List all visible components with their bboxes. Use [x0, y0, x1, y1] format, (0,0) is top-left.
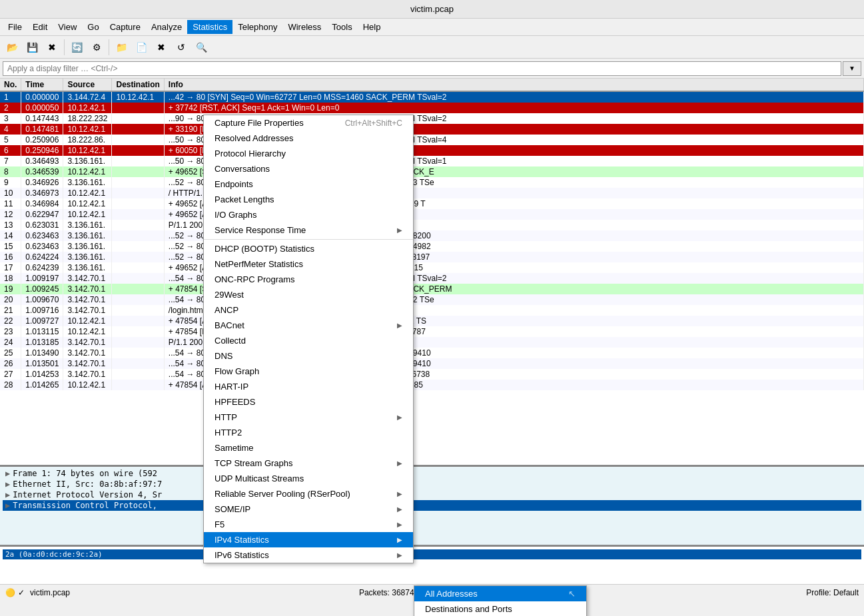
menu-help[interactable]: Help: [358, 20, 386, 34]
toolbar-x[interactable]: ✖: [152, 38, 171, 57]
menu-item-reliable-server-pooling-rserpool[interactable]: Reliable Server Pooling (RSerPool)▶: [204, 486, 413, 501]
table-row[interactable]: 21 1.009716 3.142.70.1 /login.html HTTP/…: [0, 305, 864, 316]
toolbar-reload[interactable]: 🔄: [67, 38, 86, 57]
menu-item-udp-multicast-streams[interactable]: UDP Multicast Streams: [204, 471, 413, 486]
menu-item-ipv6-statistics[interactable]: IPv6 Statistics▶: [204, 547, 413, 563]
menu-item-flow-graph[interactable]: Flow Graph: [204, 364, 413, 379]
ipv4-submenu-item[interactable]: Destinations and Ports: [414, 601, 586, 616]
menu-telephony[interactable]: Telephony: [232, 20, 282, 34]
cell-time: 1.009727: [21, 316, 63, 326]
menu-item-ancp[interactable]: ANCP: [204, 302, 413, 318]
filter-arrow[interactable]: ▼: [843, 61, 861, 76]
menu-item-label: UDP Multicast Streams: [215, 473, 304, 483]
menu-item-endpoints[interactable]: Endpoints: [204, 176, 413, 192]
main-area: No. Time Source Destination Info 1 0.000…: [0, 79, 864, 600]
filter-input[interactable]: [3, 61, 841, 76]
menu-item-someip[interactable]: SOME/IP▶: [204, 501, 413, 517]
cell-no: 26: [0, 358, 21, 369]
table-row[interactable]: 14 0.623463 3.136.161. ...52 → 80 [ACK] …: [0, 230, 864, 241]
table-row[interactable]: 22 1.009727 10.12.42.1 + 47854 [ACK] Seq…: [0, 316, 864, 326]
packet-detail: ▶Frame 1: 74 bytes on wire (592▶Ethernet…: [0, 467, 864, 547]
ipv4-submenu-item[interactable]: All Addresses↖: [414, 586, 586, 601]
menu-item-service-response-time[interactable]: Service Response Time▶: [204, 222, 413, 238]
toolbar-file[interactable]: 📄: [132, 38, 151, 57]
table-row[interactable]: 12 0.622947 10.12.42.1 + 49652 [ACK] Seq…: [0, 209, 864, 220]
toolbar-search[interactable]: 🔍: [192, 38, 211, 57]
detail-row[interactable]: ▶Internet Protocol Version 4, Sr: [3, 489, 861, 500]
menu-item-tcp-stream-graphs[interactable]: TCP Stream Graphs▶: [204, 456, 413, 471]
menu-item-hart-ip[interactable]: HART-IP: [204, 379, 413, 394]
menu-analyze[interactable]: Analyze: [146, 20, 187, 34]
table-row[interactable]: 27 1.014253 3.142.70.1 ...54 → 80 [FIN, …: [0, 369, 864, 380]
table-row[interactable]: 17 0.624239 3.136.161. + 49652 [ACK] Seq…: [0, 262, 864, 273]
table-row[interactable]: 16 0.624224 3.136.161. ...52 → 80 [FIN, …: [0, 252, 864, 262]
table-row[interactable]: 4 0.147481 10.12.42.1 + 33190 [RST, ACK]…: [0, 124, 864, 135]
menu-item-f5[interactable]: F5▶: [204, 517, 413, 532]
menu-item-ipv4-statistics[interactable]: IPv4 Statistics▶: [204, 532, 413, 547]
table-row[interactable]: 6 0.250946 10.12.42.1 + 60050 [RST, ACK]…: [0, 145, 864, 156]
table-row[interactable]: 11 0.346984 10.12.42.1 + 49652 [ACK] Seq…: [0, 198, 864, 209]
table-row[interactable]: 7 0.346493 3.136.161. ...50 → 80 [SYN] S…: [0, 156, 864, 166]
menu-file[interactable]: File: [3, 20, 27, 34]
packet-list[interactable]: No. Time Source Destination Info 1 0.000…: [0, 79, 864, 467]
cell-time: 0.250906: [21, 135, 63, 145]
menu-item-collectd[interactable]: Collectd: [204, 333, 413, 348]
table-row[interactable]: 26 1.013501 3.142.70.1 ...54 → 80 [ACK] …: [0, 358, 864, 369]
menu-edit[interactable]: Edit: [27, 20, 53, 34]
cell-time: 0.147481: [21, 124, 63, 135]
table-row[interactable]: 9 0.346926 3.136.161. ...52 → 80 [ACK] S…: [0, 177, 864, 188]
table-row[interactable]: 20 1.009670 3.142.70.1 ...54 → 80 [ACK] …: [0, 294, 864, 305]
cell-dest: [112, 252, 164, 262]
menu-item-dns[interactable]: DNS: [204, 348, 413, 364]
menu-item-bacnet[interactable]: BACnet▶: [204, 318, 413, 333]
col-source: Source: [63, 79, 112, 91]
toolbar-refresh[interactable]: ↺: [172, 38, 191, 57]
table-row[interactable]: 23 1.013115 10.12.42.1 + 47854 [PSH, ACK…: [0, 326, 864, 337]
menu-item-protocol-hierarchy[interactable]: Protocol Hierarchy: [204, 146, 413, 161]
detail-row[interactable]: ▶Ethernet II, Src: 0a:8b:af:97:7: [3, 479, 861, 489]
toolbar-open2[interactable]: 📁: [112, 38, 131, 57]
cell-dest: [112, 241, 164, 252]
menu-go[interactable]: Go: [82, 20, 104, 34]
table-row[interactable]: 25 1.013490 3.142.70.1 ...54 → 80 [ACK] …: [0, 348, 864, 358]
menu-view[interactable]: View: [53, 20, 82, 34]
menu-item-resolved-addresses[interactable]: Resolved Addresses: [204, 131, 413, 146]
menu-item-packet-lengths[interactable]: Packet Lengths: [204, 192, 413, 207]
table-row[interactable]: 5 0.250906 18.222.86. ...50 → 80 [SYN] S…: [0, 135, 864, 145]
table-row[interactable]: 19 1.009245 3.142.70.1 + 47854 [SYN, ACK…: [0, 284, 864, 294]
toolbar-close[interactable]: ✖: [43, 38, 61, 57]
table-row[interactable]: 13 0.623031 3.136.161. P/1.1 200 OK (tex…: [0, 220, 864, 230]
menu-item-capture-file-properties[interactable]: Capture File PropertiesCtrl+Alt+Shift+C: [204, 115, 413, 131]
menu-item-dhcp-bootp-statistics[interactable]: DHCP (BOOTP) Statistics: [204, 241, 413, 256]
menu-item-netperfmeter-statistics[interactable]: NetPerfMeter Statistics: [204, 256, 413, 272]
table-row[interactable]: 28 1.014265 10.12.42.1 + 47854 [ACK] Seq…: [0, 380, 864, 390]
detail-row[interactable]: ▶Transmission Control Protocol,: [3, 500, 861, 511]
toolbar-open[interactable]: 📂: [3, 38, 21, 57]
toolbar-save[interactable]: 💾: [23, 38, 41, 57]
table-row[interactable]: 1 0.000000 3.144.72.4 10.12.42.1 ...42 →…: [0, 91, 864, 103]
menu-item-io-graphs[interactable]: I/O Graphs: [204, 207, 413, 222]
table-row[interactable]: 18 1.009197 3.142.70.1 ...54 → 80 [SYN] …: [0, 273, 864, 284]
cell-no: 18: [0, 273, 21, 284]
table-row[interactable]: 10 0.346973 10.12.42.1 / HTTP/1.1: [0, 188, 864, 198]
menu-capture[interactable]: Capture: [105, 20, 146, 34]
menu-tools[interactable]: Tools: [326, 20, 357, 34]
menu-item-29west[interactable]: 29West: [204, 287, 413, 302]
ipv4-item-label: All Addresses: [425, 589, 478, 599]
table-row[interactable]: 2 0.000050 10.12.42.1 + 37742 [RST, ACK]…: [0, 103, 864, 113]
menu-item-hpfeeds[interactable]: HPFEEDS: [204, 394, 413, 410]
menu-statistics[interactable]: Statistics: [187, 20, 232, 34]
table-row[interactable]: 15 0.623463 3.136.161. ...52 → 80 [ACK] …: [0, 241, 864, 252]
toolbar-prefs[interactable]: ⚙: [87, 38, 106, 57]
menu-item-http2[interactable]: HTTP2: [204, 425, 413, 440]
menu-item-conversations[interactable]: Conversations: [204, 161, 413, 176]
menu-item-label: Conversations: [215, 164, 270, 174]
table-row[interactable]: 3 0.147443 18.222.232 ...90 → 80 [SYN] S…: [0, 113, 864, 124]
menu-item-sametime[interactable]: Sametime: [204, 440, 413, 456]
menu-item-onc-rpc-programs[interactable]: ONC-RPC Programs: [204, 272, 413, 287]
detail-row[interactable]: ▶Frame 1: 74 bytes on wire (592: [3, 468, 861, 479]
table-row[interactable]: 8 0.346539 10.12.42.1 + 49652 [SYN, ACK]…: [0, 166, 864, 177]
menu-item-http[interactable]: HTTP▶: [204, 410, 413, 425]
table-row[interactable]: 24 1.013185 3.142.70.1 P/1.1 200 OK (tex…: [0, 337, 864, 348]
menu-wireless[interactable]: Wireless: [282, 20, 326, 34]
